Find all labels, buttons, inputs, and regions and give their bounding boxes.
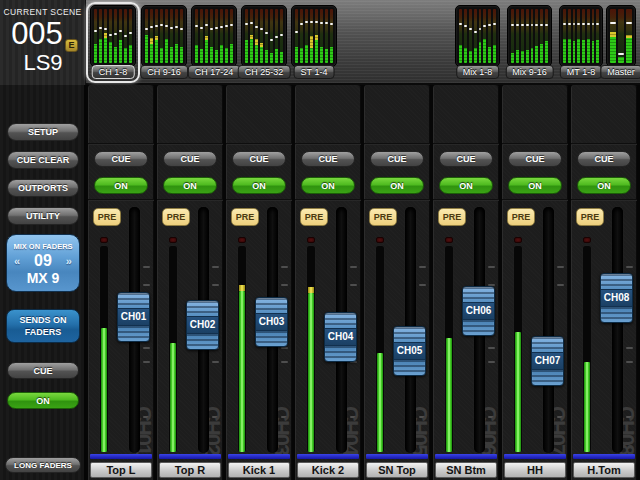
fader-handle[interactable]: CH04 <box>324 312 357 362</box>
meter-block-group[interactable]: CH 9-16 <box>141 2 187 84</box>
level-meter <box>169 246 177 452</box>
channel-color-bar <box>435 454 497 459</box>
pre-badge[interactable]: PRE <box>369 208 397 226</box>
fader-handle[interactable]: CH07 <box>531 336 564 386</box>
fader-scale-tick <box>143 284 150 286</box>
level-meter <box>445 246 453 452</box>
meter-block-group[interactable]: CH 1-8 <box>90 2 136 84</box>
channel-on-button[interactable]: ON <box>232 177 286 194</box>
fader-handle[interactable]: CH03 <box>255 297 288 347</box>
channel-name-label[interactable]: SN Btm <box>435 462 497 478</box>
channel-on-button[interactable]: ON <box>94 177 148 194</box>
pre-badge[interactable]: PRE <box>231 208 259 226</box>
sends-on-faders-button[interactable]: SENDS ON FADERS <box>6 309 80 343</box>
meter-bar <box>592 9 595 63</box>
channel-cue-button[interactable]: CUE <box>301 151 355 167</box>
fader-scale-tick <box>488 266 495 268</box>
meter-block-tab[interactable]: CH 9-16 <box>140 65 188 79</box>
channel-name-label[interactable]: Top L <box>90 462 152 478</box>
strip-divider <box>364 199 430 201</box>
meter-block <box>191 5 237 67</box>
channel-name-label[interactable]: Kick 1 <box>228 462 290 478</box>
channel-name-label[interactable]: HH <box>504 462 566 478</box>
pre-badge[interactable]: PRE <box>162 208 190 226</box>
meter-block-tab[interactable]: CH 1-8 <box>92 65 135 79</box>
fader-handle[interactable]: CH02 <box>186 300 219 350</box>
channel-cue-button[interactable]: CUE <box>508 151 562 167</box>
fader-scale-tick <box>212 266 219 268</box>
clip-indicator <box>238 237 246 243</box>
meter-block-group[interactable]: Mix 9-16 <box>507 2 552 84</box>
meter-bar <box>94 9 97 63</box>
pre-badge[interactable]: PRE <box>93 208 121 226</box>
cue-clear-button[interactable]: CUE CLEAR <box>7 151 79 169</box>
scene-panel[interactable]: CURRENT SCENE 005 E LS9 <box>0 0 86 85</box>
pre-badge[interactable]: PRE <box>300 208 328 226</box>
channel-on-button[interactable]: ON <box>370 177 424 194</box>
sends-on-faders-line2: FADERS <box>7 326 79 338</box>
strip-divider <box>88 143 154 145</box>
channel-on-button[interactable]: ON <box>577 177 631 194</box>
meter-block-tab[interactable]: ST 1-4 <box>294 65 335 79</box>
channel-name-label[interactable]: Top R <box>159 462 221 478</box>
chevron-left-icon[interactable]: « <box>14 255 20 267</box>
fader-handle[interactable]: CH06 <box>462 286 495 336</box>
channel-cue-button[interactable]: CUE <box>163 151 217 167</box>
meter-bar <box>563 9 566 63</box>
fader-scale-tick <box>626 266 633 268</box>
meter-bar <box>488 9 491 63</box>
chevron-right-icon[interactable]: » <box>66 255 72 267</box>
fader-track[interactable] <box>612 207 623 453</box>
meter-block-group[interactable]: MT 1-8 <box>559 2 603 84</box>
channel-cue-button[interactable]: CUE <box>94 151 148 167</box>
fader-handle[interactable]: CH08 <box>600 273 633 323</box>
channel-on-button[interactable]: ON <box>301 177 355 194</box>
channel-cue-button[interactable]: CUE <box>439 151 493 167</box>
pre-badge[interactable]: PRE <box>507 208 535 226</box>
meter-bar <box>145 9 148 63</box>
meter-block-tab[interactable]: Mix 1-8 <box>456 65 500 79</box>
channel-on-button[interactable]: ON <box>508 177 562 194</box>
fader-grip-ridges <box>394 360 425 375</box>
strip-divider <box>433 199 499 201</box>
meter-block-group[interactable]: CH 17-24 <box>191 2 237 84</box>
meter-block-group[interactable]: Mix 1-8 <box>455 2 500 84</box>
meter-block-tab[interactable]: CH 25-32 <box>238 65 291 79</box>
meter-block-tab[interactable]: Mix 9-16 <box>505 65 554 79</box>
strip-divider <box>571 143 637 145</box>
channel-cue-button[interactable]: CUE <box>577 151 631 167</box>
meter-bar <box>521 9 524 63</box>
setup-button[interactable]: SETUP <box>7 123 79 141</box>
mix-on-faders-panel[interactable]: MIX ON FADERS « 09 » MX 9 <box>6 234 80 292</box>
fader-channel-id: CH02 <box>187 316 218 334</box>
utility-button[interactable]: UTILITY <box>7 207 79 225</box>
fader-handle[interactable]: CH01 <box>117 292 150 342</box>
master-on-button[interactable]: ON <box>7 392 79 409</box>
master-cue-button[interactable]: CUE <box>7 362 79 379</box>
meter-bar <box>180 9 183 63</box>
pre-badge[interactable]: PRE <box>576 208 604 226</box>
meter-block-tab[interactable]: MT 1-8 <box>560 65 602 79</box>
meter-block-tab[interactable]: CH 17-24 <box>188 65 241 79</box>
fader-grip-ridges <box>463 320 494 335</box>
meter-bar <box>260 9 263 63</box>
meter-block-group[interactable]: Master <box>606 2 636 84</box>
channel-name-label[interactable]: SN Top <box>366 462 428 478</box>
fader-handle[interactable]: CH05 <box>393 326 426 376</box>
outports-button[interactable]: OUTPORTS <box>7 179 79 197</box>
meter-bar <box>483 9 486 63</box>
channel-on-button[interactable]: ON <box>163 177 217 194</box>
channel-name-label[interactable]: Kick 2 <box>297 462 359 478</box>
pre-badge[interactable]: PRE <box>438 208 466 226</box>
channel-color-bar <box>297 454 359 459</box>
meter-block-group[interactable]: ST 1-4 <box>291 2 337 84</box>
channel-name-label[interactable]: H.Tom <box>573 462 635 478</box>
meter-bar <box>114 9 117 63</box>
meter-block-tab[interactable]: Master <box>600 65 640 79</box>
long-faders-button[interactable]: LONG FADERS <box>5 457 81 473</box>
channel-cue-button[interactable]: CUE <box>232 151 286 167</box>
channel-cue-button[interactable]: CUE <box>370 151 424 167</box>
fader-track[interactable] <box>543 207 554 453</box>
meter-block-group[interactable]: CH 25-32 <box>241 2 287 84</box>
channel-on-button[interactable]: ON <box>439 177 493 194</box>
